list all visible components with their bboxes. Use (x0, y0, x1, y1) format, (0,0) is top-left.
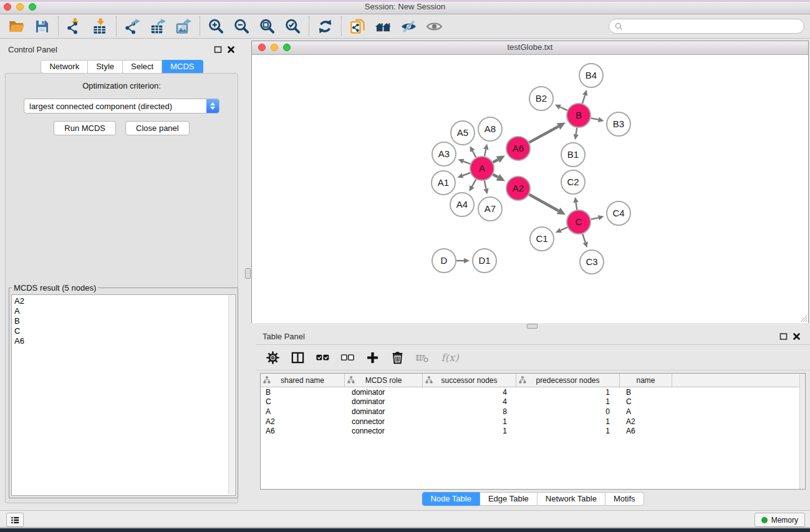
trash-button[interactable] (390, 351, 405, 365)
node-B[interactable]: B (567, 104, 591, 127)
edge-A-A8[interactable] (483, 144, 488, 157)
node-C4[interactable]: C4 (607, 201, 630, 225)
tab-motifs[interactable]: Motifs (605, 492, 644, 506)
clone-network-button[interactable] (345, 16, 370, 37)
edge-B-B2[interactable] (555, 105, 567, 110)
task-history-button[interactable] (6, 513, 24, 527)
table-row[interactable]: Adominator80A (261, 407, 805, 417)
column-header-shared-name[interactable]: shared name (261, 374, 345, 387)
criterion-select[interactable]: largest connected component (directed) (24, 99, 219, 114)
list-item[interactable]: A (14, 306, 235, 316)
tab-mcds[interactable]: MCDS (162, 60, 203, 74)
edge-A-A1[interactable] (458, 173, 471, 178)
close-panel-button[interactable]: Close panel (125, 121, 190, 135)
edge-A-A4[interactable] (470, 180, 476, 192)
tab-network[interactable]: Network (41, 60, 88, 74)
gear-button[interactable] (266, 351, 280, 365)
node-B1[interactable]: B1 (561, 143, 585, 167)
tab-edge-table[interactable]: Edge Table (480, 492, 538, 506)
column-header-name[interactable]: name (620, 374, 672, 387)
table-row[interactable]: A6connector11A6 (261, 426, 805, 436)
edge-B-B3[interactable] (591, 117, 604, 122)
node-C1[interactable]: C1 (530, 227, 554, 251)
show-graphics-details-button[interactable] (422, 16, 447, 37)
search-input[interactable] (626, 21, 799, 32)
houses-button[interactable] (370, 16, 396, 37)
tab-node-table[interactable]: Node Table (422, 492, 480, 506)
edge-C-C2[interactable] (573, 197, 578, 210)
app-titlebar[interactable]: Session: New Session (0, 0, 810, 14)
list-item[interactable]: B (14, 316, 235, 326)
list-item[interactable]: A6 (14, 336, 235, 346)
edge-A-A6[interactable] (493, 156, 506, 163)
add-button[interactable] (365, 351, 380, 365)
edge-A6-B[interactable] (529, 123, 566, 143)
node-D1[interactable]: D1 (473, 249, 496, 273)
column-header-MCDS-role[interactable]: MCDS role (345, 374, 423, 387)
import-table-button[interactable] (87, 16, 113, 37)
node-B3[interactable]: B3 (607, 112, 630, 136)
tab-network-table[interactable]: Network Table (538, 492, 605, 506)
resize-grip-icon[interactable] (799, 314, 808, 322)
select-all-checks-button[interactable] (316, 351, 330, 365)
node-B4[interactable]: B4 (579, 64, 603, 87)
table-scrollbar[interactable] (799, 374, 805, 489)
node-B2[interactable]: B2 (529, 87, 553, 110)
edge-C-C3[interactable] (582, 234, 588, 248)
node-A4[interactable]: A4 (450, 193, 474, 216)
node-A[interactable]: A (470, 157, 494, 180)
node-A3[interactable]: A3 (432, 142, 456, 166)
close-panel-icon[interactable] (227, 46, 235, 54)
split-columns-button[interactable] (291, 351, 305, 365)
refresh-layout-button[interactable] (312, 16, 338, 37)
node-C3[interactable]: C3 (580, 250, 604, 274)
edge-B-B1[interactable] (574, 128, 579, 140)
result-list-scrollbar[interactable] (228, 296, 234, 495)
edge-C-C4[interactable] (591, 215, 604, 220)
save-button[interactable] (29, 16, 55, 37)
import-network-button[interactable] (62, 16, 87, 37)
memory-button[interactable]: Memory (755, 513, 805, 527)
search-box[interactable] (609, 19, 804, 34)
float-panel-icon[interactable] (214, 46, 222, 54)
node-A7[interactable]: A7 (478, 197, 502, 221)
column-header-predecessor-nodes[interactable]: predecessor nodes (516, 374, 620, 387)
tab-style[interactable]: Style (88, 60, 123, 74)
vertical-divider-gripper[interactable] (245, 268, 251, 279)
list-item[interactable]: C (14, 326, 235, 336)
run-mcds-button[interactable]: Run MCDS (54, 121, 116, 135)
table-row[interactable]: Bdominator41B (261, 387, 805, 397)
node-A8[interactable]: A8 (478, 117, 502, 141)
table-row[interactable]: Cdominator41C (261, 397, 805, 407)
node-C[interactable]: C (567, 210, 591, 234)
zoom-fit-button[interactable] (254, 16, 280, 37)
deselect-all-checks-button[interactable] (340, 351, 355, 365)
edge-A-A3[interactable] (458, 159, 471, 164)
float-table-panel-icon[interactable] (779, 332, 788, 341)
node-C2[interactable]: C2 (561, 170, 585, 194)
edge-D-D1[interactable] (456, 258, 470, 264)
zoom-in-button[interactable] (203, 16, 229, 37)
hide-graphics-details-button[interactable] (396, 16, 422, 37)
delete-table-button[interactable] (415, 351, 430, 365)
table-row[interactable]: A2connector11A2 (261, 417, 805, 427)
close-table-panel-icon[interactable] (793, 332, 801, 341)
function-builder-button[interactable]: f(x) (440, 351, 460, 365)
edge-A2-C[interactable] (529, 195, 566, 215)
edge-B-B4[interactable] (582, 90, 587, 104)
column-header-successor-nodes[interactable]: successor nodes (423, 374, 516, 387)
open-folder-button[interactable] (4, 16, 29, 37)
edge-A-A2[interactable] (493, 174, 506, 181)
list-item[interactable]: A2 (14, 296, 235, 306)
zoom-out-button[interactable] (229, 16, 254, 37)
tab-select[interactable]: Select (123, 60, 162, 74)
network-window-titlebar[interactable]: testGlobe.txt (252, 41, 808, 55)
node-A1[interactable]: A1 (432, 171, 455, 195)
export-image-button[interactable] (171, 16, 196, 37)
export-network-button[interactable] (120, 16, 145, 37)
node-D[interactable]: D (432, 249, 456, 273)
network-canvas[interactable]: AA1A2A3A4A5A6A7A8BB1B2B3B4CC1C2C3C4DD1 (252, 55, 808, 323)
node-A2[interactable]: A2 (506, 177, 530, 200)
export-table-button[interactable] (145, 16, 171, 37)
edge-C-C1[interactable] (556, 227, 567, 233)
